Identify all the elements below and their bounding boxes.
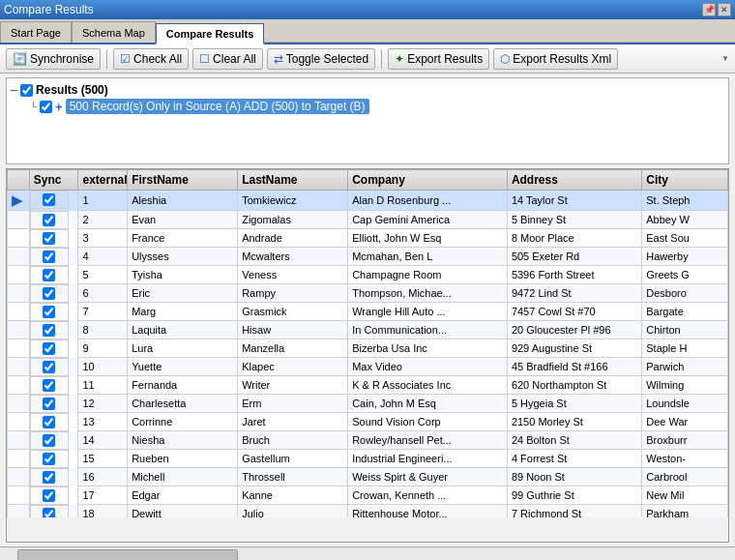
sync-cell [30,431,69,450]
firstname-cell: Niesha [128,431,238,450]
table-row[interactable]: 5TyishaVenessChampagne Room5396 Forth St… [8,266,728,284]
table-row[interactable]: 7MargGrasmickWrangle Hill Auto ...7457 C… [8,303,728,321]
firstname-cell: France [128,229,238,248]
pin-button[interactable]: 📌 [702,3,716,16]
company-cell: Sound Vision Corp [348,413,508,431]
sync-cell [30,413,69,431]
sync-checkbox[interactable] [43,508,55,518]
title-bar-buttons: 📌 ✕ [702,3,731,16]
address-cell: 9472 Lind St [507,284,641,303]
city-cell: Loundsle [642,395,728,413]
header-firstname[interactable]: FirstName [128,170,238,191]
row-indicator [8,211,30,229]
company-cell: Rittenhouse Motor... [348,505,508,518]
header-city[interactable]: City [642,170,728,191]
external-id-cell: 2 [78,211,128,229]
lastname-cell: Bruch [238,431,348,450]
table-row[interactable]: 6EricRampyThompson, Michae...9472 Lind S… [8,284,728,303]
city-cell: Staple H [642,339,728,358]
table-row[interactable]: 8LaquitaHisawIn Communication...20 Glouc… [8,321,728,339]
clear-all-button[interactable]: ☐ Clear All [192,48,263,70]
tab-bar: Start Page Schema Map Compare Results [0,19,735,44]
sync-cell [30,229,69,248]
toggle-selected-button[interactable]: ⇄ Toggle Selected [267,48,375,70]
table-row[interactable]: 11FernandaWriterK & R Associates Inc620 … [8,376,728,395]
lastname-cell: Rampy [238,284,348,303]
header-address[interactable]: Address [507,170,641,191]
sync-checkbox[interactable] [43,232,55,245]
external-id-cell: 17 [78,486,128,505]
table-row[interactable]: 15RuebenGastellumIndustrial Engineeri...… [8,450,728,468]
tree-child-checkbox[interactable] [40,101,52,113]
tree-root-checkbox[interactable] [20,84,33,97]
external-id-cell: 1 [78,191,128,211]
header-lastname[interactable]: LastName [238,170,348,191]
export-results-xml-button[interactable]: ⬡ Export Results Xml [493,48,618,70]
firstname-cell: Aleshia [128,191,238,211]
row-indicator [8,266,30,284]
header-company[interactable]: Company [348,170,508,191]
lastname-cell: Klapec [238,358,348,376]
close-button[interactable]: ✕ [718,3,731,16]
address-cell: 99 Guthrie St [507,486,641,505]
sync-checkbox[interactable] [43,269,55,281]
sync-checkbox[interactable] [43,361,55,373]
tab-schema-map[interactable]: Schema Map [72,21,156,43]
company-cell: Cap Gemini America [348,211,508,229]
firstname-cell: Corrinne [128,413,238,431]
sync-checkbox[interactable] [43,324,55,337]
sync-checkbox[interactable] [43,214,55,226]
table-row[interactable]: 9LuraManzellaBizerba Usa Inc929 Augustin… [8,339,728,358]
firstname-cell: Yuette [128,358,238,376]
table-row[interactable]: 14NieshaBruchRowley/hansell Pet...24 Bol… [8,431,728,450]
tree-root-item[interactable]: ─ Results (500) [11,82,724,98]
table-row[interactable]: 18DewittJulioRittenhouse Motor...7 Richm… [8,505,728,518]
grid-scroll[interactable]: Sync external_id FirstName LastName Comp… [7,169,728,517]
sync-checkbox[interactable] [43,287,55,300]
export-results-button[interactable]: ✦ Export Results [388,48,489,70]
check-all-button[interactable]: ☑ Check All [113,48,189,70]
sync-checkbox[interactable] [43,306,55,318]
sync-checkbox[interactable] [43,434,55,447]
table-row[interactable]: ▶1AleshiaTomkiewiczAlan D Rosenburg ...1… [8,191,728,211]
lastname-cell: Tomkiewicz [238,191,348,211]
row-indicator [8,431,30,450]
table-row[interactable]: 16MichellThrossellWeiss Spirt & Guyer89 … [8,468,728,486]
sync-checkbox[interactable] [43,398,55,410]
sync-cell [30,450,69,468]
company-cell: Rowley/hansell Pet... [348,431,508,450]
header-external-id[interactable]: external_id [78,170,128,191]
sync-checkbox[interactable] [43,489,55,502]
separator-1 [106,49,107,69]
row-indicator [8,248,30,266]
sync-checkbox[interactable] [43,416,55,428]
dropdown-arrow: ▼ [721,54,729,63]
lastname-cell: Grasmick [238,303,348,321]
sync-cell [30,211,69,229]
table-row[interactable]: 12CharlesettaErmCain, John M Esq5 Hygeia… [8,395,728,413]
tab-start-page[interactable]: Start Page [0,21,72,43]
table-row[interactable]: 4UlyssesMcwaltersMcmahan, Ben L505 Exete… [8,248,728,266]
sync-checkbox[interactable] [43,251,55,263]
sync-checkbox[interactable] [43,193,55,206]
table-row[interactable]: 2EvanZigomalasCap Gemini America5 Binney… [8,211,728,229]
synchronise-button[interactable]: 🔄 Synchronise [6,48,101,70]
row-indicator [8,413,30,431]
export-icon: ✦ [395,52,404,66]
tree-child-item[interactable]: └ + 500 Record(s) Only in Source (A) ADD… [11,98,724,115]
external-id-cell: 13 [78,413,128,431]
table-row[interactable]: 13CorrinneJaretSound Vision Corp2150 Mor… [8,413,728,431]
sync-checkbox[interactable] [43,379,55,392]
row-indicator [8,505,30,518]
table-row[interactable]: 17EdgarKanneCrowan, Kenneth ...99 Guthri… [8,486,728,505]
table-row[interactable]: 10YuetteKlapecMax Video45 Bradfield St #… [8,358,728,376]
horizontal-scrollbar[interactable] [0,546,735,560]
tab-compare-results[interactable]: Compare Results [156,23,264,44]
header-sync[interactable]: Sync [29,170,78,191]
sync-checkbox[interactable] [43,342,55,355]
sync-checkbox[interactable] [43,471,55,484]
company-cell: In Communication... [348,321,508,339]
company-cell: Mcmahan, Ben L [348,248,508,266]
sync-checkbox[interactable] [43,453,55,465]
table-row[interactable]: 3FranceAndradeElliott, John W Esq8 Moor … [8,229,728,248]
